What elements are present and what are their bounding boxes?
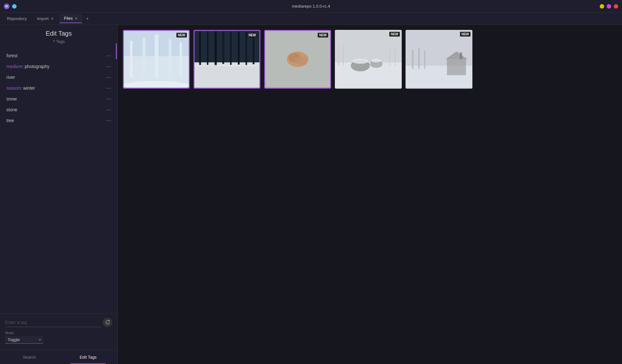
app-title: mediarepo 1.0.0-rc.4 — [292, 4, 330, 9]
list-item[interactable]: stone — — [0, 104, 117, 115]
svg-rect-18 — [194, 65, 259, 66]
svg-point-28 — [371, 59, 381, 63]
tag-name-season: season: winter — [6, 86, 35, 91]
tag-sep-season: : winter — [21, 86, 35, 91]
tab-import-label: Import — [37, 16, 49, 21]
edit-tags-title: Edit Tags — [0, 30, 117, 37]
tab-repository[interactable]: Repository — [3, 14, 31, 23]
scrollbar-indicator — [116, 43, 117, 59]
media-card[interactable]: NEW — [335, 30, 402, 89]
media-card[interactable]: NEW — [264, 30, 331, 89]
tag-name-river: river — [6, 75, 15, 80]
media-card[interactable]: NEW — [123, 30, 190, 89]
new-badge: NEW — [176, 33, 187, 38]
svg-rect-15 — [238, 31, 240, 65]
media-thumbnail — [335, 30, 402, 89]
svg-rect-32 — [395, 47, 396, 66]
tag-remove-tree[interactable]: — — [106, 118, 111, 123]
svg-rect-37 — [460, 52, 462, 59]
media-thumbnail — [406, 30, 472, 89]
new-badge: NEW — [389, 32, 400, 37]
svg-rect-13 — [222, 31, 224, 64]
sidebar-bottom: Mode Toggle Add Remove — [0, 313, 117, 350]
media-card[interactable]: NEW — [194, 30, 260, 89]
thumb-svg — [124, 31, 189, 88]
svg-rect-5 — [169, 39, 172, 78]
thumb-image — [335, 30, 402, 89]
media-card[interactable]: NEW — [406, 30, 472, 89]
main-layout: Edit Tags 7 Tags forest — medium: photog… — [0, 25, 622, 364]
svg-rect-12 — [215, 31, 217, 66]
titlebar-left: m — [4, 3, 17, 9]
list-item[interactable]: forest — — [0, 50, 117, 61]
new-badge: NEW — [247, 33, 258, 38]
list-item[interactable]: season: winter — — [0, 83, 117, 93]
tab-files[interactable]: Files ✕ — [60, 14, 82, 23]
tab-repository-label: Repository — [7, 16, 27, 21]
bottom-tab-edit-tags-label: Edit Tags — [80, 355, 96, 360]
svg-rect-29 — [338, 47, 339, 66]
svg-point-22 — [294, 57, 307, 65]
svg-rect-35 — [447, 59, 466, 75]
svg-rect-4 — [155, 35, 159, 78]
tag-submit-button[interactable] — [103, 318, 112, 327]
list-item[interactable]: river — — [0, 72, 117, 83]
window-controls — [600, 4, 618, 9]
status-dot — [12, 4, 17, 9]
media-grid: NEW — [123, 30, 617, 89]
thumb-svg — [265, 31, 330, 88]
content-area: NEW — [118, 25, 622, 364]
svg-rect-38 — [412, 50, 413, 69]
bottom-tab-search-label: Search — [23, 355, 36, 360]
minimize-button[interactable] — [600, 4, 604, 9]
new-badge: NEW — [460, 32, 470, 37]
svg-rect-2 — [130, 41, 132, 78]
bottom-tab-edit-tags[interactable]: Edit Tags — [59, 350, 118, 364]
tag-namespace-medium: medium — [6, 64, 22, 69]
tag-sep-medium: : photography — [22, 64, 50, 69]
mode-select[interactable]: Toggle Add Remove — [5, 336, 43, 344]
thumb-image — [265, 31, 330, 88]
mode-label: Mode — [5, 331, 112, 335]
list-item[interactable]: snow — — [0, 93, 117, 104]
thumb-image — [124, 31, 189, 88]
thumb-svg — [194, 31, 259, 88]
list-item[interactable]: medium: photography — — [0, 61, 117, 72]
tag-remove-forest[interactable]: — — [106, 53, 111, 58]
close-button[interactable] — [614, 4, 618, 9]
mode-select-wrapper: Toggle Add Remove — [5, 336, 43, 344]
svg-rect-31 — [389, 46, 390, 66]
tag-input[interactable] — [5, 318, 100, 327]
thumb-image — [406, 30, 472, 89]
media-thumbnail — [265, 31, 330, 88]
tag-namespace-season: season — [6, 86, 21, 91]
sidebar: Edit Tags 7 Tags forest — medium: photog… — [0, 25, 118, 364]
tag-remove-river[interactable]: — — [106, 75, 111, 80]
tab-files-close[interactable]: ✕ — [74, 17, 78, 20]
svg-rect-3 — [142, 38, 145, 78]
tag-remove-stone[interactable]: — — [106, 107, 111, 112]
list-item[interactable]: tree — — [0, 115, 117, 126]
tag-name-snow: snow — [6, 96, 17, 101]
new-badge: NEW — [318, 33, 328, 38]
svg-rect-10 — [199, 31, 201, 65]
tag-list: forest — medium: photography — river — — [0, 50, 117, 126]
bottom-tab-search[interactable]: Search — [0, 350, 59, 364]
bottom-nav: Search Edit Tags — [0, 350, 117, 364]
maximize-button[interactable] — [607, 4, 611, 9]
tag-list-area: forest — medium: photography — river — — [0, 50, 117, 126]
tab-import[interactable]: Import ✕ — [32, 14, 58, 23]
add-tab-button[interactable]: + — [83, 15, 91, 23]
tag-name-medium: medium: photography — [6, 64, 49, 69]
tag-remove-season[interactable]: — — [106, 86, 111, 91]
svg-rect-40 — [424, 51, 425, 69]
svg-rect-6 — [180, 42, 182, 78]
sidebar-content: Edit Tags 7 Tags forest — medium: photog… — [0, 25, 117, 313]
refresh-icon — [105, 320, 110, 325]
tag-remove-snow[interactable]: — — [106, 96, 111, 101]
tab-import-close[interactable]: ✕ — [51, 17, 54, 21]
tag-remove-medium[interactable]: — — [106, 64, 111, 69]
titlebar: m mediarepo 1.0.0-rc.4 — [0, 0, 622, 13]
svg-rect-30 — [343, 45, 344, 66]
media-thumbnail — [124, 31, 189, 88]
